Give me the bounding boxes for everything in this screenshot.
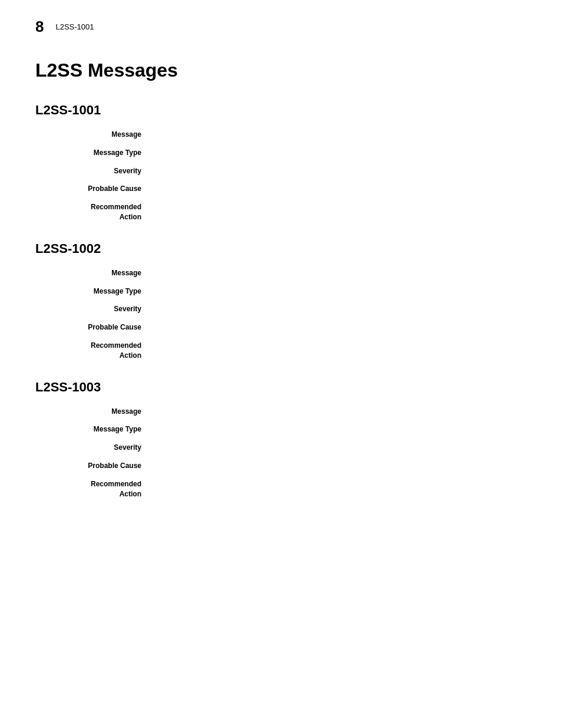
message-section-L2SS-1001: L2SS-1001MessageMessage TypeSeverityProb… (35, 103, 527, 222)
field-label-2-3: Probable Cause (35, 461, 153, 471)
main-title: L2SS Messages (35, 60, 527, 81)
field-label-2-1: Message Type (35, 424, 153, 434)
field-row-0-4: Recommended Action (35, 202, 527, 222)
field-label-0-3: Probable Cause (35, 184, 153, 194)
field-row-2-4: Recommended Action (35, 479, 527, 499)
page-number: 8 (35, 18, 44, 36)
field-row-1-2: Severity (35, 304, 527, 314)
field-row-2-2: Severity (35, 443, 527, 453)
message-section-L2SS-1003: L2SS-1003MessageMessage TypeSeverityProb… (35, 380, 527, 499)
field-label-0-1: Message Type (35, 148, 153, 158)
field-label-1-1: Message Type (35, 286, 153, 297)
message-section-L2SS-1002: L2SS-1002MessageMessage TypeSeverityProb… (35, 241, 527, 361)
field-label-2-2: Severity (35, 443, 153, 453)
message-code-2: L2SS-1003 (35, 380, 527, 395)
field-row-2-0: Message (35, 407, 527, 417)
field-row-1-1: Message Type (35, 286, 527, 297)
field-row-1-4: Recommended Action (35, 341, 527, 361)
field-label-1-0: Message (35, 268, 153, 278)
field-row-1-3: Probable Cause (35, 322, 527, 332)
field-row-0-0: Message (35, 130, 527, 140)
field-label-2-4: Recommended Action (35, 479, 153, 499)
field-row-2-1: Message Type (35, 424, 527, 434)
field-label-0-0: Message (35, 130, 153, 140)
field-row-0-3: Probable Cause (35, 184, 527, 194)
field-label-0-4: Recommended Action (35, 202, 153, 222)
message-code-0: L2SS-1001 (35, 103, 527, 118)
field-row-1-0: Message (35, 268, 527, 278)
field-row-0-2: Severity (35, 166, 527, 176)
field-label-1-2: Severity (35, 304, 153, 314)
page-id: L2SS-1001 (55, 22, 94, 31)
field-label-1-4: Recommended Action (35, 341, 153, 361)
field-label-1-3: Probable Cause (35, 322, 153, 332)
page-header: 8 L2SS-1001 (35, 18, 527, 36)
message-code-1: L2SS-1002 (35, 241, 527, 256)
field-row-0-1: Message Type (35, 148, 527, 158)
field-row-2-3: Probable Cause (35, 461, 527, 471)
field-label-0-2: Severity (35, 166, 153, 176)
sections-container: L2SS-1001MessageMessage TypeSeverityProb… (35, 103, 527, 499)
page-container: 8 L2SS-1001 L2SS Messages L2SS-1001Messa… (0, 0, 562, 553)
field-label-2-0: Message (35, 407, 153, 417)
